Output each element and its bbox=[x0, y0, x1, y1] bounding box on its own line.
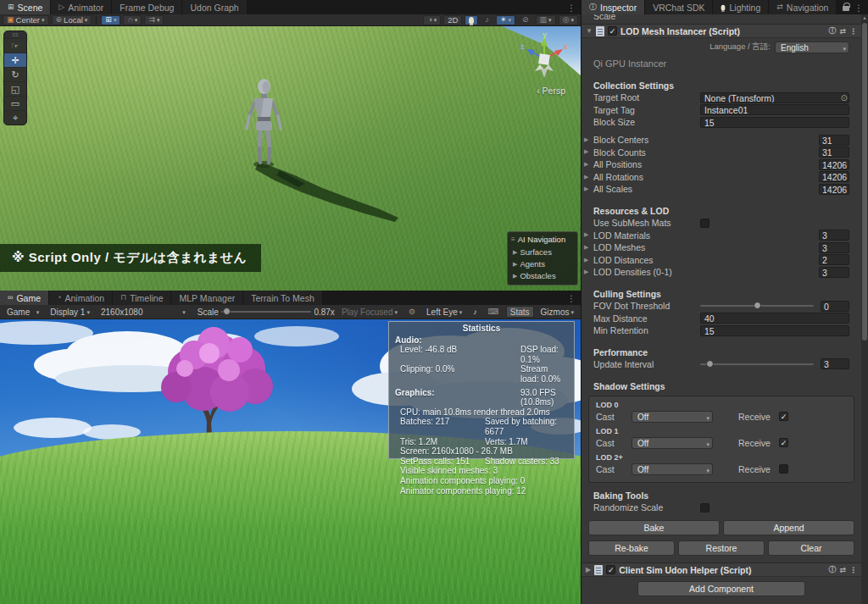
camera-overlay-dropdown[interactable]: ▥ ▾ bbox=[536, 15, 556, 25]
object-picker-icon[interactable]: ⊙ bbox=[841, 93, 848, 103]
game-gizmos-dropdown[interactable]: Gizmos▾ bbox=[537, 306, 578, 318]
shading-mode-dropdown[interactable]: ◑ ▾ bbox=[423, 15, 441, 25]
scrollbar-thumb[interactable] bbox=[862, 23, 867, 341]
orientation-dropdown[interactable]: ⊕ Local▾ bbox=[52, 15, 92, 25]
game-viewport[interactable]: Statistics Audio: Level: -46.8 dBDSP loa… bbox=[0, 319, 581, 604]
tab-vrchat-sdk[interactable]: VRChat SDK bbox=[645, 0, 713, 14]
array-size-field[interactable]: 2 bbox=[819, 254, 849, 265]
hidden-objects-toggle[interactable]: ⊘ bbox=[518, 15, 533, 25]
snap-move-dropdown[interactable]: ⇉ ▾ bbox=[144, 15, 164, 25]
tab-timeline[interactable]: ⊓Timeline bbox=[113, 291, 171, 305]
foldout-closed-icon[interactable]: ▶ bbox=[584, 186, 588, 192]
foldout-closed-icon[interactable]: ▶ bbox=[584, 136, 588, 143]
randomize-scale-checkbox[interactable] bbox=[700, 503, 709, 513]
tab-inspector[interactable]: ⓘInspector bbox=[581, 0, 645, 14]
component-header-lod-mesh-instancer[interactable]: ▼ ✓ LOD Mesh Instancer (Script) ⓘ ⇄ ⋮ bbox=[581, 24, 861, 38]
tab-game[interactable]: ∞Game bbox=[0, 291, 49, 305]
mute-audio-toggle[interactable]: ♪ bbox=[469, 306, 481, 318]
kebab-menu-icon[interactable]: ⋮ bbox=[849, 566, 857, 574]
scene-lighting-toggle[interactable] bbox=[465, 15, 478, 25]
transform-tool-button[interactable]: ⌖ bbox=[4, 110, 26, 125]
clear-button[interactable]: Clear bbox=[768, 540, 854, 556]
tab-animation[interactable]: ◔Animation bbox=[49, 291, 113, 305]
component-header-client-sim-udon-helper[interactable]: ▶ ✓ Client Sim Udon Helper (Script) ⓘ ⇄ … bbox=[581, 562, 861, 577]
orientation-gizmo[interactable]: y x z bbox=[515, 30, 574, 90]
tab-lighting[interactable]: Lighting bbox=[713, 0, 769, 14]
receive-checkbox[interactable] bbox=[779, 464, 788, 474]
resolution-dropdown[interactable]: 2160x1080▾ bbox=[97, 306, 190, 318]
array-size-field[interactable]: 14206 bbox=[819, 184, 849, 195]
restore-button[interactable]: Restore bbox=[678, 540, 765, 556]
receive-checkbox[interactable]: ✓ bbox=[779, 438, 788, 447]
presets-icon[interactable]: ⇄ bbox=[839, 27, 846, 36]
scale-slider-handle[interactable] bbox=[223, 308, 231, 315]
slider-value-field[interactable]: 3 bbox=[821, 358, 849, 369]
scale-tool-button[interactable]: ◱ bbox=[4, 81, 26, 96]
component-enabled-checkbox[interactable]: ✓ bbox=[606, 565, 615, 574]
bake-button[interactable]: Bake bbox=[588, 520, 720, 535]
append-button[interactable]: Append bbox=[723, 520, 854, 535]
tab-mlp-manager[interactable]: MLP Manager bbox=[171, 291, 243, 305]
foldout-closed-icon[interactable]: ▶ bbox=[584, 257, 588, 263]
foldout-closed-icon[interactable]: ▶ bbox=[584, 161, 588, 168]
kebab-menu-icon[interactable]: ⋮ bbox=[567, 3, 576, 13]
kebab-menu-icon[interactable]: ⋮ bbox=[854, 3, 864, 13]
array-size-field[interactable]: 31 bbox=[819, 135, 849, 146]
foldout-closed-icon[interactable]: ▶ bbox=[584, 148, 588, 155]
cast-dropdown[interactable]: Off▾ bbox=[632, 437, 713, 449]
ainav-item-obstacles[interactable]: ▶Obstacles bbox=[508, 269, 577, 280]
ainav-item-agents[interactable]: ▶Agents bbox=[508, 257, 577, 269]
display-dropdown[interactable]: Display 1▾ bbox=[46, 306, 94, 318]
foldout-open-icon[interactable]: ▼ bbox=[586, 28, 593, 35]
game-target-dropdown[interactable]: Game▾ bbox=[3, 306, 43, 318]
help-icon[interactable]: ⓘ bbox=[828, 564, 836, 575]
array-size-field[interactable]: 14206 bbox=[819, 171, 849, 182]
tab-animator[interactable]: ▷Animator bbox=[51, 0, 112, 14]
rect-tool-button[interactable]: ▭ bbox=[4, 96, 26, 110]
scene-audio-toggle[interactable]: ♪ bbox=[481, 15, 493, 25]
2d-toggle[interactable]: 2D bbox=[443, 15, 462, 25]
cast-dropdown[interactable]: Off▾ bbox=[632, 463, 713, 475]
array-size-field[interactable]: 31 bbox=[819, 147, 849, 158]
foldout-closed-icon[interactable]: ▶ bbox=[584, 244, 588, 251]
slider[interactable] bbox=[700, 305, 814, 307]
keyboard-capture-toggle[interactable]: ⌨ bbox=[484, 306, 504, 318]
overlay-drag-handle[interactable]: ≡≡ bbox=[4, 31, 26, 38]
array-size-field[interactable]: 3 bbox=[819, 242, 849, 253]
slider-handle[interactable] bbox=[754, 302, 761, 309]
receive-checkbox[interactable]: ✓ bbox=[779, 412, 788, 421]
foldout-closed-icon[interactable]: ▶ bbox=[584, 174, 588, 180]
text-field[interactable]: 15 bbox=[700, 325, 849, 336]
cast-dropdown[interactable]: Off▾ bbox=[632, 411, 713, 423]
ainav-item-surfaces[interactable]: ▶Surfaces bbox=[508, 245, 577, 257]
component-enabled-checkbox[interactable]: ✓ bbox=[608, 26, 617, 36]
language-dropdown[interactable]: English ▾ bbox=[775, 42, 849, 53]
scene-viewport[interactable]: ≡≡☞✛↻◱▭⌖ y x z ‹ Persp ※ Script Onl bbox=[0, 26, 581, 291]
play-focused-dropdown[interactable]: Play Focused▾ bbox=[337, 306, 402, 318]
tab-frame-debug[interactable]: Frame Debug bbox=[112, 0, 182, 14]
inspector-scrollbar[interactable]: ▲ bbox=[861, 14, 868, 604]
slider-handle[interactable] bbox=[706, 360, 714, 368]
tab-navigation[interactable]: ⇄Navigation bbox=[769, 0, 837, 14]
foldout-closed-icon[interactable]: ▶ bbox=[584, 231, 588, 238]
kebab-menu-icon[interactable]: ⋮ bbox=[567, 293, 576, 303]
hand-tool-button[interactable]: ☞ bbox=[4, 38, 26, 53]
presets-icon[interactable]: ⇄ bbox=[839, 566, 846, 574]
array-size-field[interactable]: 3 bbox=[819, 230, 849, 241]
scroll-up-arrow[interactable]: ▲ bbox=[861, 14, 868, 21]
grid-snap-dropdown[interactable]: ⊞ ▾ bbox=[101, 15, 120, 25]
ai-navigation-title[interactable]: ≡ AI Navigation bbox=[508, 234, 577, 245]
slider[interactable] bbox=[700, 363, 814, 365]
stats-toggle[interactable]: Stats bbox=[506, 306, 534, 318]
move-tool-button[interactable]: ✛ bbox=[4, 53, 26, 67]
checkbox[interactable] bbox=[700, 219, 709, 228]
array-size-field[interactable]: 3 bbox=[819, 267, 849, 278]
scale-slider[interactable] bbox=[221, 311, 312, 313]
tab-scene[interactable]: ⊞Scene bbox=[0, 0, 51, 14]
kebab-menu-icon[interactable]: ⋮ bbox=[849, 27, 857, 36]
help-icon[interactable]: ⓘ bbox=[828, 25, 836, 36]
effects-dropdown[interactable]: ✶ ▾ bbox=[496, 15, 515, 25]
tab-terrain-to-mesh[interactable]: Terrain To Mesh bbox=[243, 291, 323, 305]
rotate-tool-button[interactable]: ↻ bbox=[4, 67, 26, 81]
foldout-closed-icon[interactable]: ▶ bbox=[586, 567, 591, 574]
